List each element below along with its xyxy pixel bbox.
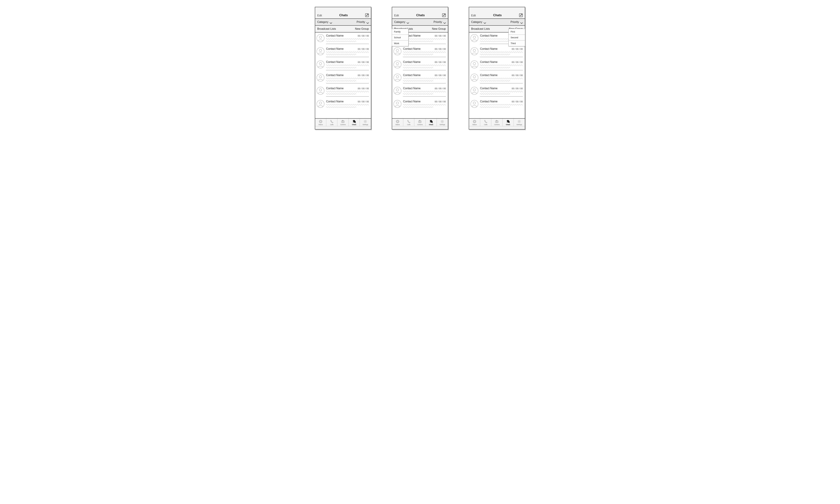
- category-dropdown[interactable]: Category: [394, 20, 409, 23]
- compose-icon[interactable]: [519, 13, 523, 17]
- avatar-icon: [317, 47, 325, 56]
- chat-row[interactable]: Contact Name00 / 00 / 00: [392, 59, 448, 72]
- menu-item[interactable]: Third: [509, 40, 525, 46]
- tab-label: Settings: [363, 124, 368, 125]
- menu-item[interactable]: School: [392, 35, 408, 40]
- chat-row[interactable]: Contact Name00 / 00 / 00: [315, 98, 371, 111]
- avatar-icon: [470, 87, 478, 95]
- contact-name: Contact Name: [480, 34, 497, 37]
- chat-row[interactable]: Contact Name00 / 00 / 00: [315, 85, 371, 98]
- menu-item[interactable]: Second: [509, 35, 525, 40]
- tab-chats[interactable]: Chats: [349, 119, 360, 126]
- priority-menu[interactable]: FirstSecondThird: [508, 29, 525, 46]
- edit-button[interactable]: Edit: [317, 14, 322, 17]
- edit-button[interactable]: Edit: [394, 14, 399, 17]
- category-dropdown[interactable]: Category: [317, 20, 332, 23]
- tab-calls[interactable]: Calls: [326, 119, 337, 126]
- tab-bar: StatusCallsCameraChatsSettings: [315, 119, 371, 126]
- avatar-icon: [393, 74, 401, 82]
- header-bar: Edit Chats: [315, 7, 371, 19]
- settings-icon: [517, 120, 521, 123]
- compose-icon[interactable]: [442, 13, 446, 17]
- tab-camera[interactable]: Camera: [414, 119, 425, 126]
- priority-dropdown[interactable]: Priority: [510, 20, 523, 23]
- tab-chats[interactable]: Chats: [503, 119, 514, 126]
- camera-icon: [341, 120, 345, 123]
- contact-name: Contact Name: [326, 47, 344, 50]
- chat-row[interactable]: Contact Name00 / 00 / 00: [315, 72, 371, 85]
- message-preview: [480, 91, 523, 95]
- tab-label: Calls: [330, 124, 333, 125]
- tab-settings[interactable]: Settings: [514, 119, 525, 126]
- category-menu[interactable]: FamilySchoolWork: [392, 29, 408, 46]
- message-preview: [480, 64, 523, 69]
- chat-row[interactable]: Contact Name00 / 00 / 00: [469, 59, 525, 72]
- wireframe-stage: Edit Chats Category Priority Broadcast L…: [315, 7, 525, 129]
- chat-row[interactable]: Contact Name00 / 00 / 00: [469, 98, 525, 111]
- message-preview: [403, 77, 446, 82]
- chat-row[interactable]: Contact Name00 / 00 / 00: [392, 85, 448, 98]
- tab-status[interactable]: Status: [469, 119, 480, 126]
- message-preview: [326, 104, 369, 109]
- chat-row[interactable]: Contact Name00 / 00 / 00: [315, 46, 371, 59]
- avatar-icon: [470, 74, 478, 82]
- filter-bar: Category Priority: [392, 19, 448, 25]
- tab-calls[interactable]: Calls: [480, 119, 491, 126]
- tab-camera[interactable]: Camera: [491, 119, 503, 126]
- priority-dropdown-label: Priority: [510, 20, 519, 23]
- new-group-button[interactable]: New Group: [355, 28, 369, 31]
- category-dropdown[interactable]: Category: [471, 20, 486, 23]
- avatar-icon: [470, 47, 478, 56]
- broadcast-lists-button[interactable]: Broadcast Lists: [317, 28, 336, 31]
- avatar-icon: [470, 100, 478, 109]
- message-preview: [326, 91, 369, 95]
- chat-date: 00 / 00 / 00: [512, 74, 523, 76]
- message-preview: [403, 64, 446, 69]
- chevron-down-icon: [407, 21, 409, 23]
- chat-row[interactable]: Contact Name00 / 00 / 00: [315, 33, 371, 46]
- tab-chats[interactable]: Chats: [426, 119, 437, 126]
- phone-frame-category-open: Edit Chats Category Priority Broadcast L…: [392, 7, 448, 129]
- chat-date: 00 / 00 / 00: [512, 100, 523, 103]
- calls-icon: [484, 120, 488, 123]
- tab-calls[interactable]: Calls: [403, 119, 414, 126]
- filter-bar: Category Priority: [469, 19, 525, 25]
- chat-row[interactable]: Contact Name00 / 00 / 00: [469, 72, 525, 85]
- edit-button[interactable]: Edit: [471, 14, 476, 17]
- contact-name: Contact Name: [326, 100, 344, 103]
- avatar-icon: [393, 47, 401, 56]
- priority-dropdown[interactable]: Priority: [356, 20, 369, 23]
- footer: StatusCallsCameraChatsSettings: [469, 118, 525, 129]
- priority-dropdown-label: Priority: [356, 20, 365, 23]
- menu-item[interactable]: First: [509, 29, 525, 35]
- tab-label: Status: [396, 124, 400, 125]
- chat-date: 00 / 00 / 00: [435, 100, 446, 103]
- chat-row[interactable]: Contact Name00 / 00 / 00: [392, 98, 448, 111]
- tab-label: Chats: [429, 124, 433, 125]
- chat-row[interactable]: Contact Name00 / 00 / 00: [392, 46, 448, 59]
- tab-label: Camera: [417, 124, 423, 125]
- compose-icon[interactable]: [365, 13, 369, 17]
- new-group-button[interactable]: New Group: [432, 28, 446, 31]
- menu-item[interactable]: Work: [392, 40, 408, 46]
- tab-settings[interactable]: Settings: [360, 119, 371, 126]
- chat-row[interactable]: Contact Name00 / 00 / 00: [469, 46, 525, 59]
- footer: StatusCallsCameraChatsSettings: [315, 118, 371, 129]
- settings-icon: [363, 120, 367, 123]
- tab-camera[interactable]: Camera: [337, 119, 349, 126]
- chat-list[interactable]: Contact Name00 / 00 / 00Contact Name00 /…: [315, 33, 371, 118]
- chat-date: 00 / 00 / 00: [435, 48, 446, 50]
- chat-date: 00 / 00 / 00: [512, 87, 523, 90]
- chat-row[interactable]: Contact Name00 / 00 / 00: [315, 59, 371, 72]
- chat-row[interactable]: Contact Name00 / 00 / 00: [392, 72, 448, 85]
- menu-item[interactable]: Family: [392, 29, 408, 35]
- chats-icon: [352, 120, 356, 123]
- tab-status[interactable]: Status: [392, 119, 403, 126]
- avatar-icon: [470, 60, 478, 69]
- priority-dropdown[interactable]: Priority: [434, 20, 446, 23]
- tab-status[interactable]: Status: [315, 119, 326, 126]
- footer: StatusCallsCameraChatsSettings: [392, 118, 448, 129]
- chat-row[interactable]: Contact Name00 / 00 / 00: [469, 85, 525, 98]
- broadcast-lists-button[interactable]: Broadcast Lists: [471, 28, 490, 31]
- tab-settings[interactable]: Settings: [437, 119, 448, 126]
